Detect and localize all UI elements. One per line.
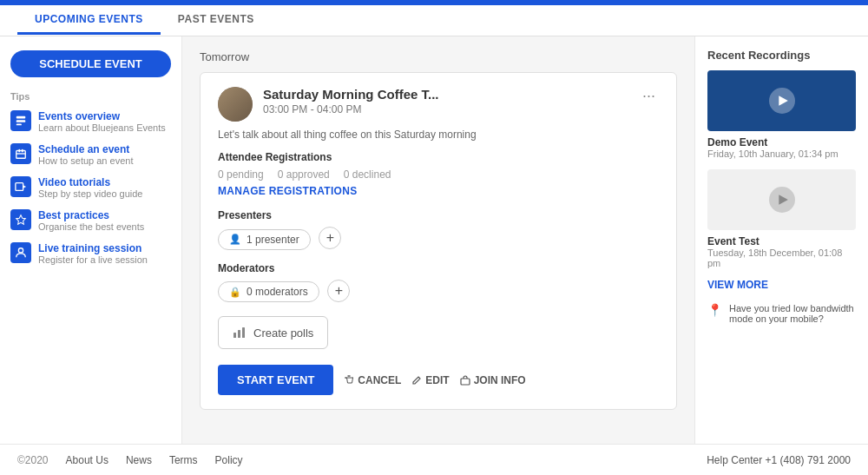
- cancel-link[interactable]: CANCEL: [344, 374, 401, 386]
- footer-link-policy[interactable]: Policy: [215, 454, 243, 466]
- reg-declined: 0 declined: [344, 168, 391, 181]
- event-card: Saturday Morning Coffee T... 03:00 PM - …: [200, 72, 677, 410]
- event-time: 03:00 PM - 04:00 PM: [263, 103, 628, 115]
- presenters-count-button[interactable]: 👤 1 presenter: [218, 229, 311, 250]
- svg-marker-8: [23, 185, 27, 188]
- avatar: [218, 87, 253, 122]
- help-center-label[interactable]: Help Center: [707, 454, 762, 466]
- svg-rect-1: [16, 120, 26, 122]
- footer-link-terms[interactable]: Terms: [169, 454, 198, 466]
- join-info-link[interactable]: JOIN INFO: [460, 374, 526, 386]
- svg-rect-2: [16, 124, 22, 126]
- nav-tabs-bar: UPCOMING EVENTS PAST EVENTS: [0, 5, 868, 36]
- svg-rect-4: [18, 149, 20, 153]
- tip-sub-0: Learn about Bluejeans Events: [38, 122, 166, 133]
- recording-date-0: Friday, 10th January, 01:34 pm: [707, 148, 856, 159]
- recording-name-0: Demo Event: [707, 136, 856, 148]
- tip-title-2: Video tutorials: [38, 176, 142, 188]
- recording-thumb-1[interactable]: [707, 169, 856, 230]
- svg-marker-17: [779, 96, 788, 106]
- footer: ©2020 About Us News Terms Policy Help Ce…: [0, 444, 868, 475]
- live-training-icon: [10, 242, 31, 263]
- tip-sub-4: Register for a live session: [38, 254, 148, 265]
- footer-link-news[interactable]: News: [126, 454, 152, 466]
- video-tutorials-icon: [10, 176, 31, 197]
- sidebar-item-best-practices[interactable]: Best practices Organise the best events: [10, 209, 171, 232]
- svg-marker-9: [16, 215, 26, 225]
- manage-registrations-link[interactable]: MANAGE REGISTRATIONS: [218, 185, 357, 197]
- svg-point-10: [18, 248, 23, 253]
- right-panel: Recent Recordings Demo Event Friday, 10t…: [694, 36, 868, 444]
- footer-links: About Us News Terms Policy: [66, 454, 243, 466]
- events-overview-icon: [10, 110, 31, 131]
- svg-rect-5: [22, 149, 23, 153]
- recording-name-1: Event Test: [707, 235, 856, 247]
- event-title: Saturday Morning Coffee T...: [263, 87, 628, 102]
- tab-upcoming-events[interactable]: UPCOMING EVENTS: [17, 6, 161, 35]
- registration-stats: 0 pending 0 approved 0 declined: [218, 168, 659, 181]
- create-polls-button[interactable]: Create polls: [218, 316, 328, 349]
- play-button-0[interactable]: [769, 88, 795, 114]
- tip-title-0: Events overview: [38, 110, 166, 122]
- avatar-image: [218, 87, 253, 122]
- svg-rect-3: [16, 151, 26, 159]
- sidebar-item-schedule-event[interactable]: Schedule an event How to setup an event: [10, 143, 171, 166]
- event-description: Let's talk about all thing coffee on thi…: [218, 129, 659, 141]
- moderators-label: Moderators: [218, 262, 659, 274]
- action-bar: START EVENT CANCEL EDIT JOIN INFO: [218, 365, 659, 395]
- registrations-label: Attendee Registrations: [218, 151, 659, 163]
- svg-rect-11: [233, 333, 236, 338]
- recent-recordings-title: Recent Recordings: [707, 49, 856, 62]
- schedule-event-button[interactable]: SCHEDULE EVENT: [10, 50, 171, 77]
- tip-sub-1: How to setup an event: [38, 155, 133, 166]
- nav-tabs: UPCOMING EVENTS PAST EVENTS: [17, 6, 272, 35]
- moderators-section: Moderators 🔒 0 moderators +: [218, 262, 659, 303]
- svg-rect-7: [16, 183, 23, 191]
- svg-rect-13: [242, 327, 245, 338]
- tip-sub-3: Organise the best events: [38, 221, 144, 232]
- schedule-event-icon: [10, 143, 31, 164]
- sidebar-item-video-tutorials[interactable]: Video tutorials Step by step video guide: [10, 176, 171, 199]
- recording-thumb-0[interactable]: [707, 70, 856, 131]
- add-presenter-button[interactable]: +: [319, 227, 341, 249]
- footer-link-about[interactable]: About Us: [66, 454, 108, 466]
- event-more-button[interactable]: ···: [639, 87, 659, 105]
- pin-icon: 📍: [707, 303, 722, 317]
- tab-past-events[interactable]: PAST EVENTS: [161, 6, 272, 35]
- recording-date-1: Tuesday, 18th December, 01:08 pm: [707, 247, 856, 268]
- event-header: Saturday Morning Coffee T... 03:00 PM - …: [218, 87, 659, 122]
- tip-title-3: Best practices: [38, 209, 144, 221]
- bandwidth-tip: 📍 Have you tried low bandwidth mode on y…: [707, 303, 856, 324]
- sidebar: SCHEDULE EVENT Tips Events overview Lear…: [0, 36, 182, 444]
- moderators-count-button[interactable]: 🔒 0 moderators: [218, 281, 319, 302]
- edit-link[interactable]: EDIT: [411, 374, 449, 386]
- svg-rect-0: [16, 116, 26, 119]
- main-content: Tomorrow Saturday Morning Coffee T... 03…: [182, 36, 694, 444]
- view-more-link[interactable]: VIEW MORE: [707, 279, 856, 291]
- date-label: Tomorrow: [200, 50, 677, 63]
- reg-pending: 0 pending: [218, 168, 264, 181]
- tip-title-4: Live training session: [38, 242, 148, 254]
- tip-sub-2: Step by step video guide: [38, 188, 142, 199]
- svg-rect-12: [238, 330, 240, 338]
- svg-rect-16: [461, 379, 470, 385]
- recording-card-1: Event Test Tuesday, 18th December, 01:08…: [707, 169, 856, 268]
- start-event-button[interactable]: START EVENT: [218, 365, 333, 395]
- add-moderator-button[interactable]: +: [327, 280, 350, 302]
- help-phone-number: +1 (408) 791 2000: [766, 454, 851, 466]
- svg-marker-18: [779, 195, 788, 205]
- reg-approved: 0 approved: [278, 168, 330, 181]
- best-practices-icon: [10, 209, 31, 230]
- play-button-1[interactable]: [769, 187, 795, 213]
- presenters-label: Presenters: [218, 209, 659, 221]
- copyright: ©2020: [17, 454, 49, 466]
- recording-card-0: Demo Event Friday, 10th January, 01:34 p…: [707, 70, 856, 159]
- tip-title-1: Schedule an event: [38, 143, 133, 155]
- presenters-section: Presenters 👤 1 presenter +: [218, 209, 659, 250]
- tips-label: Tips: [10, 91, 171, 102]
- main-layout: SCHEDULE EVENT Tips Events overview Lear…: [0, 36, 868, 444]
- footer-help: Help Center +1 (408) 791 2000: [707, 454, 851, 466]
- sidebar-item-live-training[interactable]: Live training session Register for a liv…: [10, 242, 171, 265]
- sidebar-item-events-overview[interactable]: Events overview Learn about Bluejeans Ev…: [10, 110, 171, 133]
